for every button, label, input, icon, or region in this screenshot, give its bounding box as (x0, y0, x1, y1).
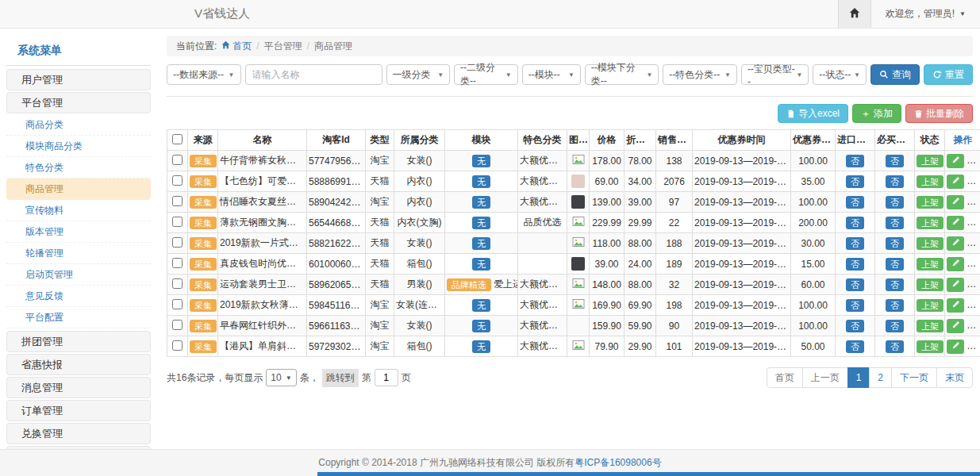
status-badge[interactable]: 上架 (917, 278, 943, 291)
import-select-toggle[interactable]: 否 (846, 217, 864, 229)
delete-button[interactable] (967, 195, 980, 209)
edit-button[interactable] (947, 195, 964, 209)
edit-button[interactable] (947, 216, 964, 230)
status-badge[interactable]: 上架 (917, 155, 943, 167)
sidebar-item[interactable]: 商品分类 (6, 114, 151, 136)
row-checkbox[interactable] (172, 175, 183, 186)
filter-select-8[interactable]: --状态--▼ (813, 64, 867, 85)
sidebar-item[interactable]: 宣传物料 (6, 200, 151, 221)
delete-button[interactable] (967, 236, 980, 251)
must-buy-toggle[interactable]: 否 (886, 299, 904, 312)
sidebar-group-1[interactable]: 平台管理 (6, 92, 151, 113)
import-select-toggle[interactable]: 否 (846, 155, 864, 167)
status-badge[interactable]: 上架 (917, 196, 943, 209)
sidebar-item[interactable]: 平台配置 (6, 307, 151, 328)
row-checkbox[interactable] (172, 155, 183, 165)
must-buy-toggle[interactable]: 否 (886, 258, 904, 271)
edit-button[interactable] (947, 257, 964, 271)
jump-page-input[interactable] (375, 369, 398, 386)
search-button[interactable]: 查询 (870, 64, 920, 85)
sidebar-item[interactable]: 启动页管理 (6, 264, 151, 286)
filter-select-7[interactable]: --宝贝类型--▼ (741, 64, 809, 85)
row-checkbox[interactable] (172, 278, 183, 289)
sidebar-group-2[interactable]: 拼团管理 (6, 331, 151, 352)
pager-item[interactable]: 上一页 (802, 367, 848, 388)
must-buy-toggle[interactable]: 否 (886, 278, 904, 291)
sidebar-item[interactable]: 特色分类 (6, 157, 151, 178)
must-buy-toggle[interactable]: 否 (886, 340, 904, 353)
status-badge[interactable]: 上架 (917, 320, 943, 332)
delete-button[interactable] (967, 257, 980, 271)
row-checkbox[interactable] (172, 299, 183, 309)
delete-button[interactable] (967, 340, 980, 354)
row-checkbox[interactable] (172, 320, 183, 330)
icp-link[interactable]: 粤ICP备16098006号 (575, 456, 661, 470)
sidebar-group-5[interactable]: 订单管理 (6, 400, 151, 421)
edit-button[interactable] (947, 175, 964, 189)
pager-item[interactable]: 1 (847, 367, 870, 388)
sidebar-group-6[interactable]: 兑换管理 (6, 423, 151, 444)
edit-button[interactable] (947, 154, 964, 168)
row-checkbox[interactable] (172, 340, 183, 351)
pager-item[interactable]: 下一页 (891, 367, 937, 388)
edit-button[interactable] (947, 236, 964, 251)
sidebar-group-3[interactable]: 省惠快报 (6, 354, 151, 375)
status-badge[interactable]: 上架 (917, 237, 943, 250)
per-page-select[interactable]: 10 ▼ (266, 369, 296, 386)
status-badge[interactable]: 上架 (917, 340, 943, 353)
name-search-input[interactable] (245, 64, 382, 85)
pager-item[interactable]: 末页 (936, 367, 973, 388)
delete-button[interactable] (967, 278, 980, 292)
pager-item[interactable]: 2 (869, 367, 892, 388)
import-select-toggle[interactable]: 否 (846, 237, 864, 250)
import-select-toggle[interactable]: 否 (846, 299, 864, 312)
breadcrumb-item[interactable]: 平台管理 (264, 40, 302, 53)
delete-button[interactable] (967, 154, 980, 168)
import-select-toggle[interactable]: 否 (846, 196, 864, 209)
delete-button[interactable] (967, 298, 980, 313)
edit-button[interactable] (947, 319, 964, 333)
import-select-toggle[interactable]: 否 (846, 320, 864, 332)
import-select-toggle[interactable]: 否 (846, 278, 864, 291)
row-checkbox[interactable] (172, 237, 183, 248)
status-badge[interactable]: 上架 (917, 175, 943, 188)
filter-select-2[interactable]: 一级分类▼ (386, 64, 451, 85)
filter-select-4[interactable]: --模块--▼ (522, 64, 581, 85)
sidebar-group-4[interactable]: 消息管理 (6, 377, 151, 398)
home-button[interactable] (838, 0, 871, 28)
edit-button[interactable] (947, 278, 964, 292)
row-checkbox[interactable] (172, 258, 183, 268)
sidebar-group-0[interactable]: 用户管理 (6, 69, 151, 90)
must-buy-toggle[interactable]: 否 (886, 196, 904, 209)
delete-button[interactable] (967, 319, 980, 333)
pager-item[interactable]: 首页 (767, 367, 803, 388)
must-buy-toggle[interactable]: 否 (886, 320, 904, 332)
import-select-toggle[interactable]: 否 (846, 340, 864, 353)
sidebar-item[interactable]: 商品管理 (6, 178, 151, 200)
must-buy-toggle[interactable]: 否 (886, 155, 904, 167)
select-all-checkbox[interactable] (172, 134, 183, 144)
reset-button[interactable]: 重置 (924, 64, 973, 85)
delete-button[interactable] (967, 175, 980, 189)
filter-select-6[interactable]: --特色分类--▼ (663, 64, 737, 85)
filter-select-5[interactable]: --模块下分类--▼ (585, 64, 659, 85)
add-button[interactable]: ＋ 添加 (852, 104, 901, 123)
edit-button[interactable] (947, 298, 964, 313)
status-badge[interactable]: 上架 (917, 258, 943, 271)
must-buy-toggle[interactable]: 否 (886, 217, 904, 229)
import-excel-button[interactable]: 导入excel (778, 104, 848, 123)
row-checkbox[interactable] (172, 217, 183, 227)
batch-delete-button[interactable]: 批量删除 (905, 104, 973, 123)
import-select-toggle[interactable]: 否 (846, 175, 864, 188)
delete-button[interactable] (967, 216, 980, 230)
sidebar-item[interactable]: 模块商品分类 (6, 136, 151, 157)
sidebar-item[interactable]: 轮播管理 (6, 243, 151, 264)
sidebar-item[interactable]: 意见反馈 (6, 286, 151, 307)
user-menu[interactable]: 欢迎您，管理员! ▼ (871, 0, 980, 28)
sidebar-item[interactable]: 版本管理 (6, 221, 151, 243)
jump-button[interactable]: 跳转到 (322, 369, 359, 387)
filter-select-3[interactable]: --二级分类--▼ (454, 64, 518, 85)
status-badge[interactable]: 上架 (917, 299, 943, 312)
filter-select-0[interactable]: --数据来源--▼ (167, 64, 241, 85)
edit-button[interactable] (947, 340, 964, 354)
